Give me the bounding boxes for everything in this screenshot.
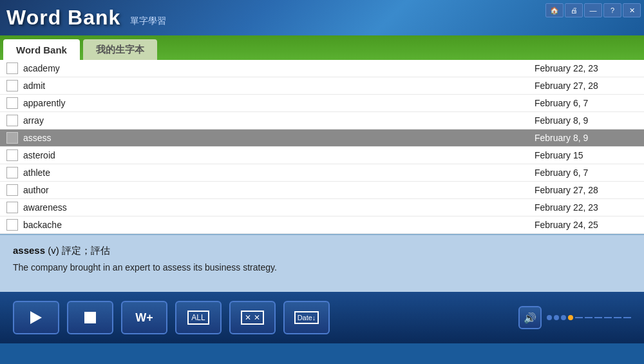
window-controls: 🏠 🖨 — ? ✕ bbox=[545, 3, 641, 17]
word-row[interactable]: apparentlyFebruary 6, 7 bbox=[0, 95, 644, 112]
select-all-label: ALL bbox=[187, 311, 209, 325]
word-text: athlete bbox=[23, 168, 535, 178]
word-checkbox[interactable] bbox=[6, 149, 18, 161]
close-button[interactable]: ✕ bbox=[623, 3, 641, 17]
definition-chinese: 評定；評估 bbox=[62, 245, 110, 256]
play-button[interactable] bbox=[13, 301, 59, 334]
tabs-bar: Word Bank 我的生字本 bbox=[0, 35, 644, 60]
sort-date-label: Date↓ bbox=[294, 311, 319, 324]
stop-icon bbox=[84, 312, 96, 323]
word-checkbox[interactable] bbox=[6, 202, 18, 213]
volume-line bbox=[614, 317, 621, 318]
word-date: February 8, 9 bbox=[535, 115, 638, 126]
footer: W+ ALL ✕ ✕ Date↓ 🔊 bbox=[0, 292, 644, 343]
word-row[interactable]: admitFebruary 27, 28 bbox=[0, 77, 644, 95]
minimize-button[interactable]: — bbox=[584, 3, 602, 17]
word-date: February 6, 7 bbox=[535, 98, 638, 108]
word-date: February 27, 28 bbox=[535, 81, 638, 91]
word-checkbox[interactable] bbox=[6, 167, 18, 178]
definition-area: assess (v) 評定；評估 The company brought in … bbox=[0, 234, 644, 292]
home-button[interactable]: 🏠 bbox=[545, 3, 564, 17]
app-subtitle: 單字學習 bbox=[130, 15, 166, 27]
volume-line bbox=[604, 317, 612, 318]
header: Word Bank 單字學習 🏠 🖨 — ? ✕ bbox=[0, 0, 644, 35]
word-text: array bbox=[23, 115, 535, 126]
word-date: February 6, 7 bbox=[535, 168, 638, 178]
volume-dot bbox=[547, 315, 552, 320]
word-text: admit bbox=[23, 81, 535, 91]
word-checkbox[interactable] bbox=[6, 184, 18, 196]
word-date: February 27, 28 bbox=[535, 185, 638, 195]
definition-word-text: assess bbox=[13, 245, 48, 256]
word-row[interactable]: arrayFebruary 8, 9 bbox=[0, 112, 644, 129]
word-list-container: academyFebruary 22, 23admitFebruary 27, … bbox=[0, 60, 644, 234]
word-checkbox[interactable] bbox=[6, 62, 18, 74]
app-title: Word Bank bbox=[6, 6, 120, 30]
print-button[interactable]: 🖨 bbox=[565, 3, 583, 17]
word-text: assess bbox=[23, 133, 535, 143]
word-checkbox[interactable] bbox=[6, 219, 18, 231]
word-text: academy bbox=[23, 63, 535, 73]
volume-icon-symbol: 🔊 bbox=[524, 312, 536, 324]
volume-line bbox=[623, 317, 631, 318]
shuffle-label: ✕ ✕ bbox=[241, 311, 263, 325]
play-icon bbox=[30, 311, 42, 324]
volume-dot bbox=[554, 315, 559, 320]
shuffle-button[interactable]: ✕ ✕ bbox=[229, 301, 276, 334]
word-date: February 22, 23 bbox=[535, 202, 638, 213]
help-button[interactable]: ? bbox=[603, 3, 621, 17]
word-checkbox[interactable] bbox=[6, 80, 18, 91]
word-row[interactable]: athleteFebruary 6, 7 bbox=[0, 164, 644, 182]
word-row[interactable]: awarenessFebruary 22, 23 bbox=[0, 199, 644, 216]
volume-control: 🔊 bbox=[518, 306, 631, 329]
volume-line bbox=[575, 317, 583, 318]
select-all-button[interactable]: ALL bbox=[175, 301, 222, 334]
volume-dot bbox=[561, 315, 566, 320]
sort-date-button[interactable]: Date↓ bbox=[283, 301, 330, 334]
word-list[interactable]: academyFebruary 22, 23admitFebruary 27, … bbox=[0, 60, 644, 234]
add-word-button[interactable]: W+ bbox=[121, 301, 167, 334]
definition-word: assess (v) 評定；評估 bbox=[13, 245, 631, 257]
word-row[interactable]: backacheFebruary 24, 25 bbox=[0, 216, 644, 234]
add-word-icon: W+ bbox=[135, 311, 153, 325]
word-date: February 24, 25 bbox=[535, 220, 638, 230]
word-text: awareness bbox=[23, 202, 535, 213]
word-text: backache bbox=[23, 220, 535, 230]
word-text: apparently bbox=[23, 98, 535, 108]
word-date: February 22, 23 bbox=[535, 63, 638, 73]
word-row[interactable]: asteroidFebruary 15 bbox=[0, 147, 644, 164]
definition-pos: (v) bbox=[48, 245, 62, 256]
word-text: author bbox=[23, 185, 535, 195]
word-checkbox[interactable] bbox=[6, 115, 18, 126]
word-row[interactable]: authorFebruary 27, 28 bbox=[0, 182, 644, 199]
volume-button[interactable]: 🔊 bbox=[518, 306, 542, 329]
word-row[interactable]: assessFebruary 8, 9 bbox=[0, 129, 644, 147]
word-date: February 15 bbox=[535, 150, 638, 160]
volume-slider[interactable] bbox=[547, 315, 631, 320]
stop-button[interactable] bbox=[67, 301, 113, 334]
volume-line bbox=[585, 317, 592, 318]
word-checkbox[interactable] bbox=[6, 132, 18, 144]
volume-dot-active bbox=[568, 315, 573, 320]
definition-sentence: The company brought in an expert to asse… bbox=[13, 261, 631, 274]
tab-word-bank[interactable]: Word Bank bbox=[3, 39, 80, 60]
volume-line bbox=[594, 317, 602, 318]
word-text: asteroid bbox=[23, 150, 535, 160]
word-date: February 8, 9 bbox=[535, 133, 638, 143]
word-checkbox[interactable] bbox=[6, 97, 18, 109]
word-row[interactable]: academyFebruary 22, 23 bbox=[0, 60, 644, 77]
tab-my-vocab[interactable]: 我的生字本 bbox=[83, 39, 157, 60]
